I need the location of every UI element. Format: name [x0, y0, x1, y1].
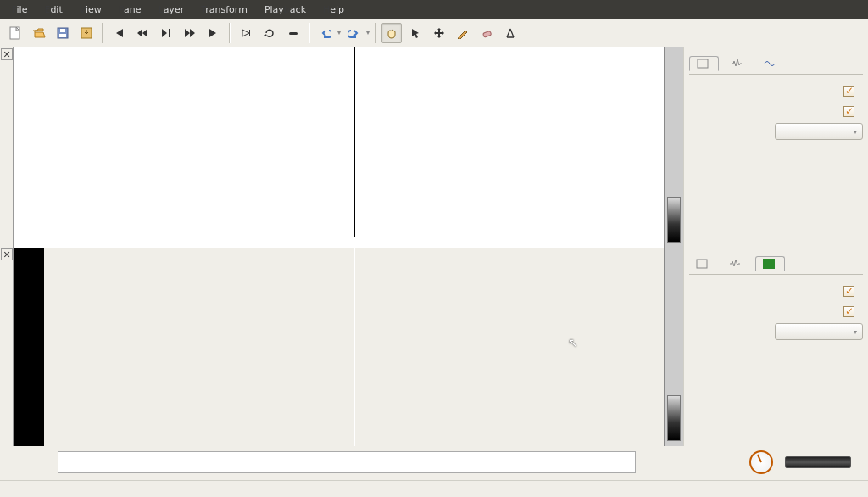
menu-transform[interactable]: Transform: [192, 2, 256, 18]
export-button[interactable]: [76, 23, 97, 43]
redo-dropdown[interactable]: ▾: [366, 29, 370, 36]
waveform-amplitude-scale: [14, 47, 44, 248]
playhead-info: [349, 237, 358, 248]
select-tool[interactable]: [405, 23, 426, 43]
global-zoom-checkbox[interactable]: [843, 106, 854, 117]
rewind-start-button[interactable]: [108, 23, 129, 43]
playback-speed-dial[interactable]: [749, 450, 773, 474]
ffwd-button[interactable]: [180, 23, 200, 43]
spectrogram-pane: ✕ ↖: [0, 248, 868, 446]
svg-rect-3: [60, 29, 65, 32]
mouse-cursor-icon: ↖: [568, 336, 578, 349]
layer-tab-1[interactable]: [689, 56, 719, 71]
open-button[interactable]: [29, 23, 49, 43]
playhead-line: [354, 47, 355, 248]
draw-tool[interactable]: [453, 23, 473, 43]
status-bar: [0, 480, 868, 497]
overview-waveform[interactable]: [58, 451, 636, 473]
global-scroll-checkbox[interactable]: [843, 86, 854, 97]
level-meter: [665, 47, 683, 248]
ffwd-end-button[interactable]: [203, 23, 224, 43]
move-tool[interactable]: [429, 23, 449, 43]
measure-tool[interactable]: [500, 23, 520, 43]
erase-tool[interactable]: [476, 23, 497, 43]
menu-playback[interactable]: Playback: [256, 2, 314, 18]
undo-dropdown[interactable]: ▾: [337, 29, 341, 36]
spectrogram-properties-panel: ▾: [683, 248, 868, 446]
follow-playback-select[interactable]: ▾: [775, 323, 863, 340]
global-scroll-checkbox[interactable]: [843, 286, 854, 297]
play-pause-button[interactable]: [156, 23, 176, 43]
playhead-info: [351, 249, 356, 260]
overview-bar: [0, 446, 868, 478]
new-session-button[interactable]: [5, 23, 25, 43]
save-button[interactable]: [53, 23, 73, 43]
svg-rect-7: [483, 31, 492, 37]
waveform-pane: ✕ ▾: [0, 47, 868, 248]
menu-file[interactable]: File: [3, 2, 36, 18]
layer-tab-3[interactable]: [755, 256, 785, 271]
waveform-canvas[interactable]: [44, 47, 665, 248]
menu-view[interactable]: View: [71, 2, 110, 18]
svg-rect-8: [698, 59, 708, 68]
layer-tab-2[interactable]: [724, 57, 752, 70]
layer-tab-2[interactable]: [722, 257, 750, 271]
menu-edit[interactable]: Edit: [36, 2, 70, 18]
constrain-button[interactable]: [283, 23, 303, 43]
menu-layer[interactable]: Layer: [149, 2, 192, 18]
close-pane-button[interactable]: ✕: [1, 48, 13, 60]
undo-button[interactable]: [315, 23, 336, 43]
close-pane-button[interactable]: ✕: [1, 248, 13, 260]
layer-tab-3[interactable]: [757, 57, 785, 70]
rewind-button[interactable]: [132, 23, 153, 43]
spectrogram-controls-col: ✕: [0, 248, 14, 446]
play-selection-button[interactable]: [236, 23, 256, 43]
navigate-tool[interactable]: [381, 23, 402, 43]
waveform-controls-col: ✕: [0, 47, 14, 248]
menu-bar: File Edit View Pane Layer Transform Play…: [0, 0, 868, 19]
work-area: ✕ ▾: [0, 47, 868, 480]
waveform-properties-panel: ▾: [683, 47, 868, 248]
spectrogram-freq-scale: [14, 248, 44, 446]
gain-fader[interactable]: [785, 456, 851, 468]
toolbar: ▾ ▾: [0, 19, 868, 47]
svg-rect-5: [249, 30, 250, 36]
follow-playback-select[interactable]: ▾: [775, 123, 863, 140]
svg-rect-9: [697, 260, 707, 268]
loop-button[interactable]: [259, 23, 280, 43]
menu-help[interactable]: Help: [314, 2, 353, 18]
svg-rect-10: [763, 259, 775, 269]
redo-button[interactable]: [344, 23, 364, 43]
svg-rect-6: [289, 32, 298, 35]
svg-rect-2: [59, 34, 66, 37]
playhead-line: [354, 248, 355, 446]
level-meter: [665, 248, 683, 446]
layer-tab-1[interactable]: [689, 257, 717, 271]
global-zoom-checkbox[interactable]: [843, 306, 854, 317]
menu-pane[interactable]: Pane: [110, 2, 150, 18]
spectrogram-canvas[interactable]: ↖: [44, 248, 665, 446]
